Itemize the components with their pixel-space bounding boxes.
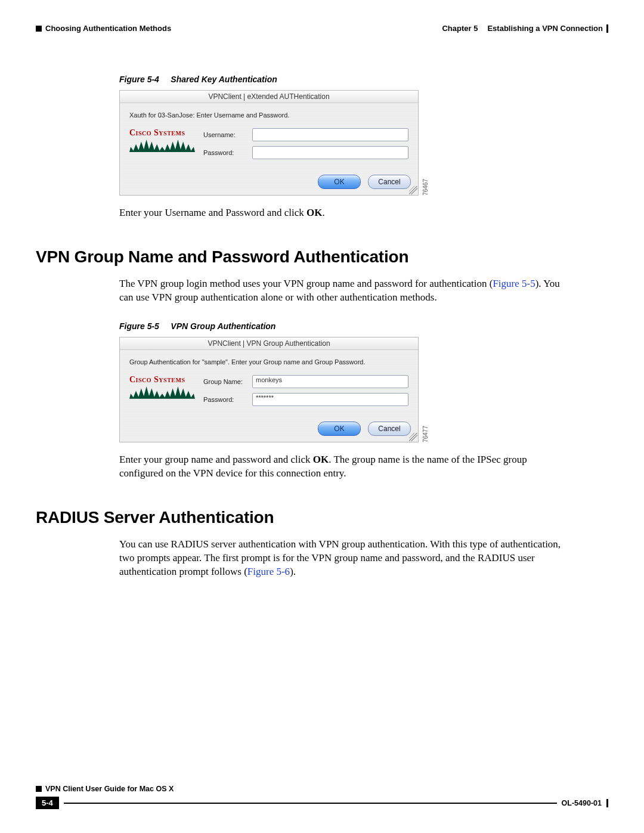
figure-4-title: Shared Key Authentication [171, 75, 277, 84]
cancel-button[interactable]: Cancel [368, 422, 411, 436]
figure-5-title: VPN Group Authentication [171, 321, 275, 331]
text: ). [290, 566, 296, 577]
username-field[interactable] [252, 128, 408, 141]
header-left: Choosing Authentication Methods [36, 24, 171, 33]
cancel-button[interactable]: Cancel [368, 175, 411, 189]
figure-4-code: 76467 [422, 178, 429, 196]
figure-5-dialog-wrap: VPNClient | VPN Group Authentication Gro… [119, 337, 608, 442]
bold-ok: OK [313, 454, 329, 465]
figure-4-dialog-wrap: VPNClient | eXtended AUTHentication Xaut… [119, 90, 608, 196]
para-radius: You can use RADIUS server authentication… [119, 538, 572, 579]
group-auth-dialog: VPNClient | VPN Group Authentication Gro… [119, 337, 419, 442]
cisco-logo: Cisco Systems [129, 128, 195, 152]
cisco-bridge-icon [129, 386, 195, 399]
para-after-fig5: Enter your group name and password and c… [119, 453, 572, 481]
page-number: 5-4 [36, 797, 59, 809]
xauth-dialog: VPNClient | eXtended AUTHentication Xaut… [119, 90, 419, 196]
group-auth-prompt: Group Authentication for "sample". Enter… [129, 358, 408, 366]
password-label: Password: [203, 149, 252, 156]
username-label: Username: [203, 131, 252, 138]
group-password-label: Password: [203, 396, 252, 403]
bar-icon [606, 24, 608, 33]
figure-5-number: Figure 5-5 [119, 321, 159, 331]
cisco-logo: Cisco Systems [129, 375, 195, 399]
figure-4-caption: Figure 5-4 Shared Key Authentication [119, 75, 608, 84]
resize-handle-icon[interactable] [409, 433, 417, 441]
text: You can use RADIUS server authentication… [119, 538, 561, 577]
footer-guide-title: VPN Client User Guide for Mac OS X [45, 785, 608, 793]
figure-5-6-link[interactable]: Figure 5-6 [247, 566, 290, 577]
square-bullet-icon [36, 786, 42, 792]
header-right: Chapter 5 Establishing a VPN Connection [442, 24, 608, 33]
cisco-bridge-icon [129, 139, 195, 152]
xauth-dialog-title: VPNClient | eXtended AUTHentication [120, 91, 418, 103]
para-vpn-group: The VPN group login method uses your VPN… [119, 277, 572, 305]
figure-5-5-link[interactable]: Figure 5-5 [493, 278, 535, 289]
text: Enter your group name and password and c… [119, 454, 313, 465]
ok-button[interactable]: OK [318, 175, 361, 189]
text: Enter your Username and Password and cli… [119, 207, 306, 218]
header-section-name: Choosing Authentication Methods [45, 24, 171, 33]
footer-doc-id: OL-5490-01 [562, 799, 602, 807]
groupname-label: Group Name: [203, 378, 252, 385]
heading-vpn-group: VPN Group Name and Password Authenticati… [36, 247, 608, 267]
resize-handle-icon[interactable] [409, 186, 417, 194]
page-footer: VPN Client User Guide for Mac OS X 5-4 O… [36, 785, 608, 809]
square-bullet-icon [36, 26, 42, 32]
xauth-prompt: Xauth for 03-SanJose: Enter Username and… [129, 112, 408, 119]
ok-button[interactable]: OK [318, 422, 361, 436]
figure-4-number: Figure 5-4 [119, 75, 159, 84]
figure-5-code: 76477 [422, 425, 429, 442]
password-field[interactable] [252, 146, 408, 159]
group-auth-dialog-title: VPNClient | VPN Group Authentication [120, 337, 418, 350]
cisco-brand-text: Cisco Systems [129, 128, 195, 138]
bold-ok: OK [306, 207, 322, 218]
footer-rule [64, 803, 557, 804]
para-after-fig4: Enter your Username and Password and cli… [119, 206, 572, 220]
figure-5-caption: Figure 5-5 VPN Group Authentication [119, 321, 608, 331]
text: . [322, 207, 324, 218]
bar-icon [606, 799, 608, 807]
text: The VPN group login method uses your VPN… [119, 278, 493, 289]
running-header: Choosing Authentication Methods Chapter … [36, 24, 608, 33]
heading-radius: RADIUS Server Authentication [36, 508, 608, 527]
cisco-brand-text: Cisco Systems [129, 375, 195, 385]
header-chapter-number: Chapter 5 [442, 24, 478, 33]
header-chapter-title: Establishing a VPN Connection [487, 24, 603, 33]
groupname-field[interactable]: monkeys [252, 375, 408, 388]
group-password-field[interactable]: ******* [252, 393, 408, 406]
